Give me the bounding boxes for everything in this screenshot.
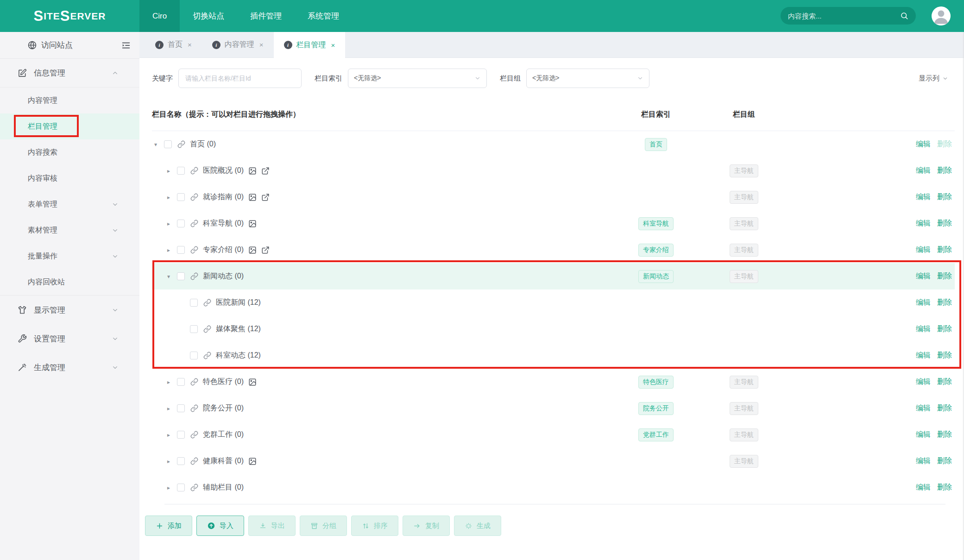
edit-link[interactable]: 编辑 <box>916 483 931 492</box>
close-icon[interactable]: × <box>259 41 264 49</box>
edit-link[interactable]: 编辑 <box>916 456 931 466</box>
display-columns-toggle[interactable]: 显示列 <box>919 74 955 83</box>
添加-button[interactable]: 添加 <box>145 516 192 536</box>
row-checkbox[interactable] <box>177 220 185 227</box>
tab-栏目管理[interactable]: i栏目管理× <box>274 32 346 58</box>
sidebar-item-批量操作[interactable]: 批量操作 <box>0 243 139 269</box>
content-search-box[interactable] <box>781 7 916 25</box>
sidebar-item-表单管理[interactable]: 表单管理 <box>0 191 139 217</box>
column-group-select[interactable]: <无筛选> <box>526 69 649 88</box>
sidebar-group-生成管理[interactable]: 生成管理 <box>0 353 139 382</box>
row-checkbox[interactable] <box>177 404 185 412</box>
topnav-item-切换站点[interactable]: 切换站点 <box>180 0 237 32</box>
channel-name[interactable]: 院务公开 (0) <box>203 403 244 413</box>
caret-down-icon[interactable]: ▾ <box>165 273 172 280</box>
edit-link[interactable]: 编辑 <box>916 192 931 202</box>
delete-link[interactable]: 删除 <box>937 245 952 255</box>
delete-link[interactable]: 删除 <box>937 430 952 440</box>
channel-name[interactable]: 科室动态 (12) <box>216 351 261 360</box>
edit-link[interactable]: 编辑 <box>916 139 931 149</box>
sidebar-item-内容审核[interactable]: 内容审核 <box>0 165 139 191</box>
sidebar-item-内容回收站[interactable]: 内容回收站 <box>0 269 139 295</box>
排序-button[interactable]: 排序 <box>351 516 398 536</box>
channel-name[interactable]: 就诊指南 (0) <box>203 192 244 202</box>
tab-内容管理[interactable]: i内容管理× <box>202 32 274 57</box>
column-index-select[interactable]: <无筛选> <box>348 69 487 88</box>
caret-right-icon[interactable]: ▸ <box>165 247 172 253</box>
delete-link[interactable]: 删除 <box>937 377 952 387</box>
visit-site-button[interactable]: 访问站点 <box>0 32 139 59</box>
channel-name[interactable]: 专家介绍 (0) <box>203 245 244 255</box>
row-checkbox[interactable] <box>177 484 185 491</box>
caret-right-icon[interactable]: ▸ <box>165 458 172 465</box>
row-checkbox[interactable] <box>164 140 172 148</box>
row-checkbox[interactable] <box>177 431 185 439</box>
row-checkbox[interactable] <box>177 167 185 175</box>
edit-link[interactable]: 编辑 <box>916 271 931 281</box>
topnav-item-Ciro[interactable]: Ciro <box>139 0 180 32</box>
生成-button[interactable]: 生成 <box>454 516 501 536</box>
sidebar-group-显示管理[interactable]: 显示管理 <box>0 296 139 324</box>
caret-right-icon[interactable]: ▸ <box>165 405 172 412</box>
row-checkbox[interactable] <box>177 272 185 280</box>
sidebar-group-信息管理[interactable]: 信息管理 <box>0 59 139 88</box>
delete-link[interactable]: 删除 <box>937 166 952 176</box>
row-checkbox[interactable] <box>190 299 198 307</box>
delete-link[interactable]: 删除 <box>937 351 952 360</box>
edit-link[interactable]: 编辑 <box>916 377 931 387</box>
caret-right-icon[interactable]: ▸ <box>165 484 172 491</box>
delete-link[interactable]: 删除 <box>937 324 952 334</box>
topnav-item-系统管理[interactable]: 系统管理 <box>295 0 352 32</box>
row-checkbox[interactable] <box>177 246 185 254</box>
delete-link[interactable]: 删除 <box>937 298 952 308</box>
sidebar-item-栏目管理[interactable]: 栏目管理 <box>0 113 139 139</box>
channel-name[interactable]: 首页 (0) <box>190 139 216 149</box>
row-checkbox[interactable] <box>177 378 185 386</box>
row-checkbox[interactable] <box>190 352 198 359</box>
channel-name[interactable]: 新闻动态 (0) <box>203 271 244 281</box>
channel-name[interactable]: 健康科普 (0) <box>203 456 244 466</box>
caret-right-icon[interactable]: ▸ <box>165 220 172 227</box>
edit-link[interactable]: 编辑 <box>916 351 931 360</box>
user-avatar[interactable] <box>932 6 951 25</box>
delete-link[interactable]: 删除 <box>937 403 952 413</box>
caret-right-icon[interactable]: ▸ <box>165 432 172 438</box>
channel-name[interactable]: 特色医疗 (0) <box>203 377 244 387</box>
row-checkbox[interactable] <box>177 457 185 465</box>
caret-right-icon[interactable]: ▸ <box>165 168 172 174</box>
导入-button[interactable]: 导入 <box>196 516 244 536</box>
search-icon[interactable] <box>900 12 908 20</box>
search-input[interactable] <box>788 12 900 20</box>
delete-link[interactable]: 删除 <box>937 456 952 466</box>
sidebar-item-内容管理[interactable]: 内容管理 <box>0 88 139 113</box>
caret-right-icon[interactable]: ▸ <box>165 194 172 201</box>
导出-button[interactable]: 导出 <box>248 516 296 536</box>
edit-link[interactable]: 编辑 <box>916 298 931 308</box>
sidebar-group-设置管理[interactable]: 设置管理 <box>0 324 139 353</box>
delete-link[interactable]: 删除 <box>937 271 952 281</box>
close-icon[interactable]: × <box>331 41 335 49</box>
edit-link[interactable]: 编辑 <box>916 166 931 176</box>
channel-name[interactable]: 媒体聚焦 (12) <box>216 324 261 334</box>
sidebar-item-素材管理[interactable]: 素材管理 <box>0 217 139 243</box>
caret-down-icon[interactable]: ▾ <box>152 141 159 148</box>
edit-link[interactable]: 编辑 <box>916 324 931 334</box>
channel-name[interactable]: 辅助栏目 (0) <box>203 483 244 492</box>
channel-name[interactable]: 医院概况 (0) <box>203 166 244 176</box>
keyword-input[interactable] <box>185 75 295 82</box>
topnav-item-插件管理[interactable]: 插件管理 <box>237 0 295 32</box>
delete-link[interactable]: 删除 <box>937 219 952 228</box>
delete-link[interactable]: 删除 <box>937 483 952 492</box>
edit-link[interactable]: 编辑 <box>916 245 931 255</box>
复制-button[interactable]: 复制 <box>403 516 450 536</box>
tab-首页[interactable]: i首页× <box>145 32 202 57</box>
edit-link[interactable]: 编辑 <box>916 430 931 440</box>
collapse-menu-icon[interactable] <box>121 40 131 50</box>
channel-name[interactable]: 医院新闻 (12) <box>216 298 261 308</box>
edit-link[interactable]: 编辑 <box>916 219 931 228</box>
caret-right-icon[interactable]: ▸ <box>165 379 172 385</box>
row-checkbox[interactable] <box>177 193 185 201</box>
edit-link[interactable]: 编辑 <box>916 403 931 413</box>
close-icon[interactable]: × <box>188 41 192 49</box>
channel-name[interactable]: 科室导航 (0) <box>203 219 244 228</box>
